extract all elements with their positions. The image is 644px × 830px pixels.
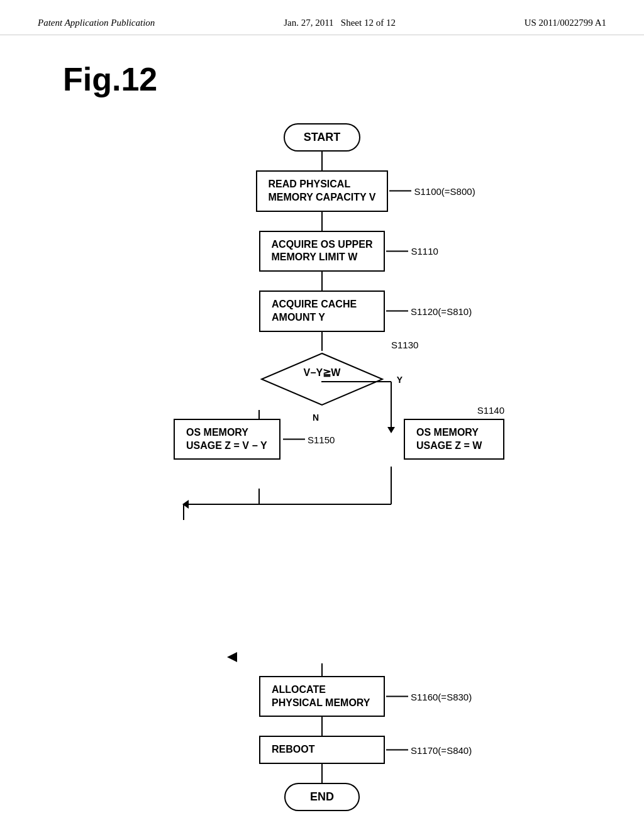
s1160-label: S1160(=S830) (386, 691, 472, 702)
step-s1120: ACQUIRE CACHEAMOUNT Y S1120(=S810) (259, 290, 385, 332)
step-s1160: ALLOCATEPHYSICAL MEMORY S1160(=S830) (259, 676, 385, 717)
left-arrow-indicator (225, 651, 243, 663)
svg-marker-13 (227, 652, 237, 662)
s1130-label: S1130 (391, 340, 418, 350)
start-terminal: START (284, 123, 361, 152)
s1120-box: ACQUIRE CACHEAMOUNT Y (259, 290, 385, 332)
figure-title: Fig.12 (0, 35, 644, 117)
s1170-box: REBOOT (259, 736, 385, 764)
s1100-label: S1100(=S800) (389, 185, 475, 196)
s1140-box: OS MEMORYUSAGE Z = W (404, 419, 504, 460)
step-s1100: READ PHYSICALMEMORY CAPACITY V S1100(=S8… (256, 170, 389, 212)
step-s1170: REBOOT S1170(=S840) (259, 736, 385, 764)
s1110-box: ACQUIRE OS UPPERMEMORY LIMIT W (259, 231, 386, 272)
branch-section: V−Y≧W S1130 Y N (121, 351, 523, 520)
flowchart-diagram: START READ PHYSICALMEMORY CAPACITY V S11… (0, 117, 644, 830)
s1150-box-container: OS MEMORYUSAGE Z = V − Y S1150 (174, 419, 280, 460)
sheet-info: Sheet 12 of 12 (341, 18, 396, 28)
connector-6 (321, 717, 323, 736)
end-terminal: END (284, 783, 360, 811)
s1170-label: S1170(=S840) (386, 744, 472, 755)
s1160-box: ALLOCATEPHYSICAL MEMORY (259, 676, 385, 717)
end-shape: END (284, 783, 360, 811)
connector-4 (321, 332, 323, 351)
left-arrow-svg (225, 651, 243, 663)
connector-5 (321, 663, 323, 676)
publication-type: Patent Application Publication (38, 18, 155, 28)
s1110-label: S1110 (386, 246, 438, 257)
s1150-box: OS MEMORYUSAGE Z = V − Y (174, 419, 280, 460)
svg-marker-6 (387, 427, 395, 433)
svg-text:V−Y≧W: V−Y≧W (304, 367, 341, 378)
patent-number: US 2011/0022799 A1 (525, 18, 606, 28)
publication-date-sheet: Jan. 27, 2011 Sheet 12 of 12 (284, 18, 396, 28)
connector-3 (321, 272, 323, 290)
page-header: Patent Application Publication Jan. 27, … (0, 0, 644, 35)
s1120-label: S1120(=S810) (386, 306, 472, 316)
s1140-label: S1140 (477, 405, 504, 416)
connector-1 (321, 152, 323, 170)
s1100-box: READ PHYSICALMEMORY CAPACITY V (256, 170, 389, 212)
publication-date: Jan. 27, 2011 (284, 18, 341, 28)
s1140-box-container: OS MEMORYUSAGE Z = W S1140 (404, 419, 504, 460)
connector-2 (321, 212, 323, 231)
step-s1110: ACQUIRE OS UPPERMEMORY LIMIT W S1110 (259, 231, 386, 272)
s1150-label: S1150 (283, 434, 335, 445)
start-shape: START (284, 123, 361, 152)
connector-7 (321, 764, 323, 783)
